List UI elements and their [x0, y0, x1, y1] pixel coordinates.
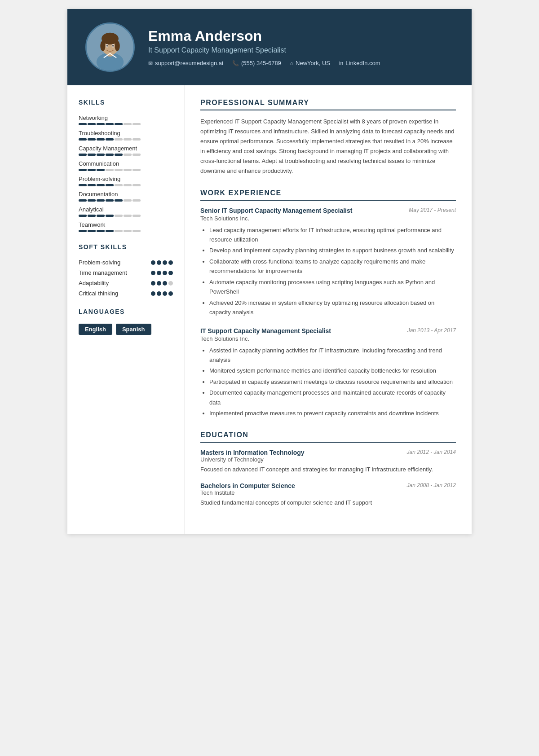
skill-segment	[133, 138, 141, 141]
skill-name: Teamwork	[79, 221, 173, 228]
skill-segment	[79, 199, 87, 202]
location-value: NewYork, US	[296, 60, 330, 66]
skill-item: Communication	[79, 160, 173, 171]
skill-item: Networking	[79, 114, 173, 125]
languages-title: LANGUAGES	[79, 308, 173, 317]
summary-text: Experienced IT Support Capacity Manageme…	[200, 117, 456, 176]
languages-section: LANGUAGES EnglishSpanish	[79, 308, 173, 335]
job-bullet: Documented capacity management processes…	[209, 388, 456, 407]
dot	[163, 291, 167, 296]
candidate-name: Emma Anderson	[148, 28, 454, 44]
dot	[157, 260, 161, 265]
resume-container: Emma Anderson It Support Capacity Manage…	[67, 9, 472, 534]
skill-segment	[115, 154, 123, 156]
dot	[157, 271, 161, 275]
main-content: PROFESSIONAL SUMMARY Experienced IT Supp…	[184, 85, 472, 534]
skill-name: Troubleshooting	[79, 130, 173, 136]
edu-header: Masters in Information Technology Jan 20…	[200, 449, 456, 456]
skill-segment	[133, 215, 141, 217]
job-item: IT Support Capacity Management Specialis…	[200, 327, 456, 418]
skill-segment	[97, 199, 105, 202]
skill-segment	[124, 230, 132, 232]
skill-segment	[124, 123, 132, 125]
language-tags: EnglishSpanish	[79, 324, 173, 335]
skill-segment	[79, 184, 87, 186]
skill-segment	[97, 123, 105, 125]
skill-segment	[124, 169, 132, 171]
skill-item: Teamwork	[79, 221, 173, 232]
header-info: Emma Anderson It Support Capacity Manage…	[148, 28, 454, 66]
skills-title: SKILLS	[79, 99, 173, 108]
skill-segment	[97, 184, 105, 186]
education-list: Masters in Information Technology Jan 20…	[200, 449, 456, 508]
job-bullet: Develop and implement capacity planning …	[209, 246, 456, 255]
skill-bar	[79, 154, 173, 156]
dot	[168, 291, 173, 296]
email-icon: ✉	[148, 60, 153, 66]
skill-segment	[88, 230, 96, 232]
job-item: Senior IT Support Capacity Management Sp…	[200, 207, 456, 317]
edu-desc: Focused on advanced IT concepts and stra…	[200, 465, 456, 475]
skill-item: Problem-solving	[79, 176, 173, 186]
dot	[157, 281, 161, 286]
location-contact: ⌂ NewYork, US	[290, 60, 330, 66]
skill-segment	[106, 138, 114, 141]
skill-segment	[106, 154, 114, 156]
skill-segment	[88, 169, 96, 171]
contact-row: ✉ support@resumedesign.ai 📞 (555) 345-67…	[148, 60, 454, 66]
skill-segment	[115, 184, 123, 186]
dots	[151, 281, 173, 286]
candidate-title: It Support Capacity Management Specialis…	[148, 46, 454, 54]
skill-segment	[106, 169, 114, 171]
job-date: May 2017 - Present	[409, 207, 456, 213]
job-bullets: Assisted in capacity planning activities…	[200, 346, 456, 418]
dot	[151, 271, 155, 275]
work-section: WORK EXPERIENCE Senior IT Support Capaci…	[200, 189, 456, 418]
skill-segment	[133, 199, 141, 202]
education-title: EDUCATION	[200, 431, 456, 443]
job-bullet: Automate capacity monitoring processes u…	[209, 277, 456, 297]
soft-skills-list: Problem-solving Time management Adaptabi…	[79, 259, 173, 297]
work-title: WORK EXPERIENCE	[200, 189, 456, 201]
edu-date: Jan 2008 - Jan 2012	[407, 482, 456, 488]
soft-skill-name: Critical thinking	[79, 290, 151, 297]
dot	[151, 281, 155, 286]
skill-name: Problem-solving	[79, 176, 173, 182]
skill-segment	[115, 138, 123, 141]
skill-segment	[133, 154, 141, 156]
location-icon: ⌂	[290, 60, 293, 66]
skill-segment	[97, 138, 105, 141]
email-contact: ✉ support@resumedesign.ai	[148, 60, 223, 66]
soft-skill-name: Adaptability	[79, 280, 151, 286]
skill-segment	[133, 123, 141, 125]
edu-item: Bachelors in Computer Science Jan 2008 -…	[200, 482, 456, 508]
skill-segment	[133, 230, 141, 232]
skill-segment	[97, 215, 105, 217]
soft-skill-item: Time management	[79, 269, 173, 276]
skill-name: Documentation	[79, 191, 173, 198]
job-header: IT Support Capacity Management Specialis…	[200, 327, 456, 334]
skill-segment	[106, 215, 114, 217]
skill-segment	[79, 123, 87, 125]
skill-segment	[97, 154, 105, 156]
job-bullet: Collaborate with cross-functional teams …	[209, 257, 456, 276]
edu-desc: Studied fundamental concepts of computer…	[200, 498, 456, 508]
skill-bar	[79, 215, 173, 217]
skill-segment	[88, 138, 96, 141]
edu-degree: Bachelors in Computer Science	[200, 482, 295, 489]
skill-segment	[97, 169, 105, 171]
soft-skill-name: Time management	[79, 269, 151, 276]
phone-contact: 📞 (555) 345-6789	[232, 60, 281, 66]
dot	[151, 260, 155, 265]
svg-point-10	[112, 45, 114, 46]
skill-name: Capacity Management	[79, 145, 173, 152]
skill-segment	[79, 169, 87, 171]
skill-bar	[79, 169, 173, 171]
skill-segment	[124, 184, 132, 186]
skill-segment	[106, 199, 114, 202]
skill-segment	[133, 169, 141, 171]
job-company: Tech Solutions Inc.	[200, 215, 456, 222]
email-value: support@resumedesign.ai	[155, 60, 223, 66]
skill-segment	[88, 215, 96, 217]
soft-skill-item: Adaptability	[79, 280, 173, 286]
